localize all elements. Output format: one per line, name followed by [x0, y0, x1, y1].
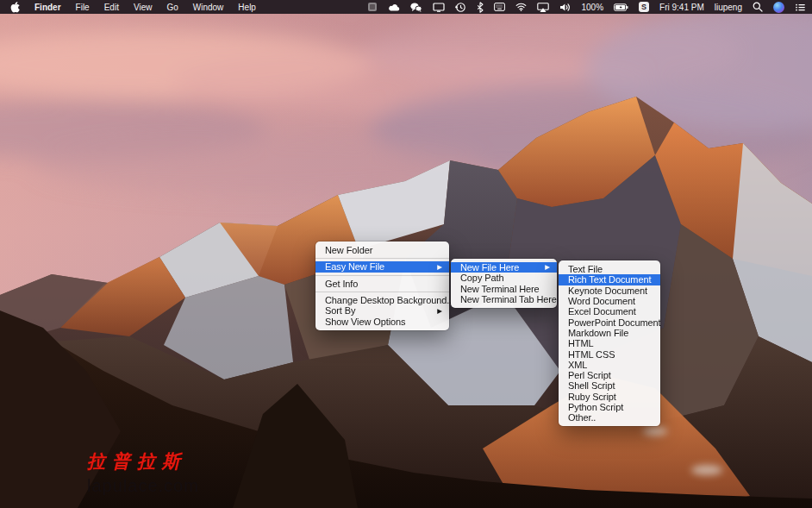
- menu-item-html-css[interactable]: HTML CSS: [559, 348, 660, 359]
- menu-item-label: Python Script: [568, 402, 623, 412]
- spotlight-icon[interactable]: [753, 2, 763, 12]
- menubar-username[interactable]: liupeng: [715, 3, 742, 12]
- menu-item-other[interactable]: Other..: [559, 412, 660, 423]
- menubar-menu-file[interactable]: File: [76, 3, 90, 12]
- screenshot-app-icon[interactable]: [367, 2, 378, 12]
- menu-item-label: Shell Script: [568, 380, 615, 391]
- menu-item-label: HTML CSS: [568, 349, 615, 360]
- menu-item-easy-new-file[interactable]: Easy New File ▶: [315, 261, 449, 272]
- menu-item-new-folder[interactable]: New Folder: [315, 245, 449, 255]
- notification-center-icon[interactable]: [795, 3, 806, 12]
- menu-item-label: Markdown File: [568, 328, 628, 338]
- menu-item-copy-path[interactable]: Copy Path: [451, 273, 557, 283]
- battery-percent-label: 100%: [581, 3, 603, 12]
- menu-item-change-desktop-background[interactable]: Change Desktop Background...: [315, 295, 449, 305]
- menu-item-label: Rich Text Document: [568, 274, 651, 285]
- time-machine-icon[interactable]: [455, 2, 466, 13]
- wechat-icon[interactable]: [410, 3, 422, 12]
- menu-item-perl-script[interactable]: Perl Script: [559, 370, 660, 380]
- menu-item-show-view-options[interactable]: Show View Options: [315, 316, 449, 326]
- menu-item-label: Text File: [568, 264, 603, 274]
- menubar-menu-help[interactable]: Help: [238, 3, 256, 12]
- sogou-input-icon[interactable]: S: [639, 2, 649, 12]
- battery-icon[interactable]: [614, 3, 628, 11]
- menu-item-python-script[interactable]: Python Script: [559, 402, 660, 412]
- input-source-icon[interactable]: [494, 3, 505, 11]
- menu-separator: [315, 275, 449, 276]
- menu-item-html[interactable]: HTML: [559, 338, 660, 348]
- menu-item-label: Excel Document: [568, 306, 636, 317]
- menu-item-xml[interactable]: XML: [559, 360, 660, 370]
- menu-item-ruby-script[interactable]: Ruby Script: [559, 392, 660, 402]
- menubar-menu-view[interactable]: View: [134, 3, 153, 12]
- menu-item-label: Show View Options: [325, 317, 405, 327]
- menu-item-label: Other..: [568, 412, 596, 423]
- menu-item-label: New Terminal Tab Here: [460, 294, 557, 304]
- menu-item-rich-text-document[interactable]: Rich Text Document: [559, 274, 660, 285]
- menu-item-get-info[interactable]: Get Info: [315, 279, 449, 289]
- menu-item-label: New Folder: [325, 245, 372, 255]
- menu-item-new-terminal-here[interactable]: New Terminal Here: [451, 284, 557, 294]
- menu-item-new-file-here[interactable]: New File Here ▶: [451, 262, 557, 273]
- menu-item-label: Change Desktop Background...: [325, 295, 454, 305]
- bluetooth-icon[interactable]: [477, 2, 484, 13]
- desktop[interactable]: 拉普拉斯 lapulace.com Finder File Edit View …: [0, 0, 812, 508]
- icloud-icon[interactable]: [388, 3, 400, 11]
- menu-item-label: Sort By: [325, 305, 355, 316]
- menu-item-label: Copy Path: [460, 273, 503, 283]
- wifi-icon[interactable]: [515, 3, 527, 11]
- displays-icon[interactable]: [433, 3, 445, 12]
- menu-item-powerpoint-document[interactable]: PowerPoint Document: [559, 317, 660, 327]
- menu-item-text-file[interactable]: Text File: [559, 264, 660, 274]
- submenu-arrow-icon: ▶: [538, 264, 550, 271]
- menu-item-word-document[interactable]: Word Document: [559, 296, 660, 306]
- context-menu: New Folder Easy New File ▶ Get Info Chan…: [315, 241, 449, 330]
- apple-menu-icon[interactable]: [10, 2, 20, 13]
- menu-item-label: Perl Script: [568, 370, 611, 380]
- menu-item-label: Keynote Document: [568, 285, 647, 296]
- menubar-menu-window[interactable]: Window: [193, 3, 224, 12]
- menu-item-label: Word Document: [568, 296, 635, 306]
- volume-icon[interactable]: [559, 3, 571, 12]
- menubar-app-name[interactable]: Finder: [34, 3, 61, 12]
- menu-item-label: Ruby Script: [568, 392, 616, 402]
- menubar-menu-go[interactable]: Go: [166, 3, 178, 12]
- submenu-arrow-icon: ▶: [430, 264, 442, 271]
- airplay-icon[interactable]: [537, 3, 549, 12]
- menu-item-sort-by[interactable]: Sort By ▶: [315, 305, 449, 316]
- menu-item-label: Easy New File: [325, 261, 384, 272]
- menu-bar: Finder File Edit View Go Window Help: [0, 0, 812, 14]
- submenu-arrow-icon: ▶: [430, 308, 442, 315]
- menu-item-markdown-file[interactable]: Markdown File: [559, 328, 660, 338]
- menu-item-label: Get Info: [325, 279, 358, 289]
- new-file-here-submenu: Text File Rich Text Document Keynote Doc…: [559, 260, 660, 426]
- menu-item-label: New Terminal Here: [460, 284, 540, 294]
- menu-item-excel-document[interactable]: Excel Document: [559, 306, 660, 317]
- menu-item-keynote-document[interactable]: Keynote Document: [559, 285, 660, 296]
- menubar-clock[interactable]: Fri 9:41 PM: [659, 3, 704, 12]
- menu-item-label: PowerPoint Document: [568, 317, 661, 328]
- menu-item-label: HTML: [568, 338, 594, 348]
- menu-item-shell-script[interactable]: Shell Script: [559, 380, 660, 391]
- menu-item-label: New File Here: [460, 262, 519, 273]
- menubar-menu-edit[interactable]: Edit: [104, 3, 119, 12]
- menu-separator: [315, 258, 449, 259]
- menu-separator: [315, 292, 449, 292]
- siri-icon[interactable]: [773, 2, 784, 13]
- menu-item-label: XML: [568, 360, 587, 370]
- easy-new-file-submenu: New File Here ▶ Copy Path New Terminal H…: [451, 259, 557, 308]
- menu-item-new-terminal-tab-here[interactable]: New Terminal Tab Here: [451, 294, 557, 304]
